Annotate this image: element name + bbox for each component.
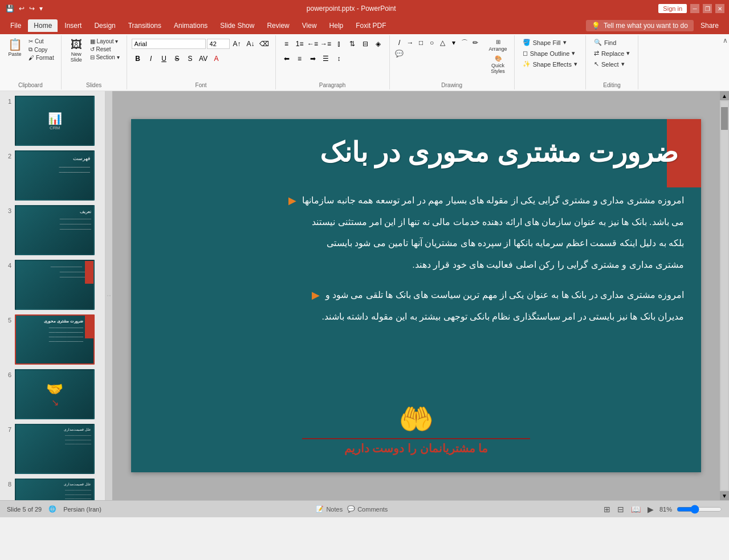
tell-me-box[interactable]: 💡 Tell me what you want to do — [586, 20, 694, 31]
menu-transitions[interactable]: Transitions — [123, 19, 167, 32]
save-button[interactable]: 💾 — [5, 3, 15, 14]
underline-button[interactable]: U — [158, 52, 170, 65]
slide-thumb-3[interactable]: تعریف ───────────── ───────────── ──────… — [15, 205, 95, 255]
minimize-button[interactable]: ─ — [690, 4, 699, 13]
share-button[interactable]: Share — [695, 19, 724, 32]
panel-divider[interactable]: ⋮ — [105, 91, 112, 500]
redo-button[interactable]: ↪ — [28, 3, 36, 14]
find-button[interactable]: 🔍 Find — [590, 38, 620, 47]
comments-button[interactable]: 💬 Comments — [347, 505, 388, 513]
menu-foxit[interactable]: Foxit PDF — [350, 19, 392, 32]
slide-item-8[interactable]: 8 علل قصیمت‌مداری ──────────────────────… — [2, 479, 103, 500]
decrease-indent-button[interactable]: ←≡ — [307, 38, 319, 50]
scroll-thumb[interactable] — [721, 107, 728, 130]
align-right-button[interactable]: ➡ — [307, 52, 319, 65]
menu-home[interactable]: Home — [28, 19, 58, 32]
scroll-down-button[interactable]: ▼ — [720, 491, 729, 500]
justify-button[interactable]: ☰ — [320, 52, 332, 65]
menu-file[interactable]: File — [5, 19, 27, 32]
close-button[interactable]: ✕ — [715, 4, 724, 13]
menu-design[interactable]: Design — [88, 19, 121, 32]
customize-button[interactable]: ▾ — [38, 3, 44, 14]
layout-button[interactable]: ▦ Layout ▾ — [88, 38, 122, 45]
slide-item-3[interactable]: 3 تعریف ───────────── ───────────── ────… — [2, 205, 103, 255]
sign-in-button[interactable]: Sign in — [658, 4, 687, 13]
menu-slideshow[interactable]: Slide Show — [214, 19, 260, 32]
undo-button[interactable]: ↩ — [18, 3, 26, 14]
scroll-track[interactable] — [721, 101, 728, 490]
text-direction-button[interactable]: ⇅ — [346, 38, 359, 50]
font-size-input[interactable] — [207, 39, 230, 49]
arrange-button[interactable]: ⊞ Arrange — [487, 38, 510, 53]
slide-item-2[interactable]: 2 فهرست ────────────────────── — [2, 150, 103, 201]
replace-button[interactable]: ⇄ Replace ▾ — [590, 48, 633, 58]
font-name-input[interactable] — [132, 39, 206, 49]
slideshow-button[interactable]: ▶ — [646, 504, 655, 515]
slide-item-4[interactable]: 4 ───────────── ───────────── ──────────… — [2, 260, 103, 310]
slide-item-1[interactable]: 1 📊 CRM — [2, 96, 103, 146]
numbering-button[interactable]: 1≡ — [294, 38, 306, 50]
cut-button[interactable]: ✂ Cut — [26, 38, 56, 45]
bullets-button[interactable]: ≡ — [280, 38, 293, 50]
line-spacing-button[interactable]: ↕ — [333, 52, 345, 65]
slide-item-7[interactable]: 7 علل قصیمت‌مداری ──────────────────────… — [2, 424, 103, 474]
slide-thumb-4[interactable]: ───────────── ───────────── ────────────… — [15, 260, 95, 310]
shape-callout[interactable]: 💬 — [394, 48, 405, 59]
section-button[interactable]: ⊟ Section ▾ — [88, 54, 122, 61]
select-button[interactable]: ↖ Select ▾ — [590, 59, 628, 69]
menu-view[interactable]: View — [296, 19, 323, 32]
shape-curve[interactable]: ⌒ — [459, 38, 470, 48]
format-painter-button[interactable]: 🖌 Format — [26, 54, 56, 62]
slide-thumb-6[interactable]: 🤝 ↘ — [15, 369, 95, 419]
columns-button[interactable]: ⫿ — [333, 38, 345, 50]
slide-thumb-5[interactable]: ضرورت مشتری محوری ───────────────── ────… — [15, 314, 95, 365]
char-spacing-button[interactable]: AV — [197, 52, 210, 65]
clear-format-button[interactable]: ⌫ — [258, 38, 271, 50]
slide-item-5[interactable]: 5 ضرورت مشتری محوری ───────────────── ──… — [2, 314, 103, 365]
decrease-font-button[interactable]: A↓ — [245, 38, 257, 50]
shape-line[interactable]: / — [394, 38, 405, 48]
shape-freeform[interactable]: ✏ — [470, 38, 480, 48]
slide-thumb-7[interactable]: علل قصیمت‌مداری ────────────────────────… — [15, 424, 95, 474]
shadow-button[interactable]: S — [184, 52, 197, 65]
reset-button[interactable]: ↺ Reset — [88, 46, 122, 53]
copy-button[interactable]: ⧉ Copy — [26, 46, 56, 54]
shape-fill-button[interactable]: 🪣 Shape Fill ▾ — [519, 38, 570, 47]
shape-triangle[interactable]: △ — [438, 38, 448, 48]
shape-more[interactable]: ▾ — [449, 38, 459, 48]
bold-button[interactable]: B — [132, 52, 144, 65]
right-scrollbar[interactable]: ▲ ▼ — [720, 91, 729, 500]
slide-item-6[interactable]: 6 🤝 ↘ — [2, 369, 103, 419]
italic-button[interactable]: I — [145, 52, 157, 65]
menu-help[interactable]: Help — [324, 19, 349, 32]
zoom-slider[interactable] — [677, 505, 722, 514]
menu-insert[interactable]: Insert — [59, 19, 87, 32]
new-slide-button[interactable]: 🖼 NewSlide — [66, 38, 87, 64]
strikethrough-button[interactable]: S — [171, 52, 184, 65]
shape-outline-button[interactable]: ◻ Shape Outline ▾ — [519, 48, 579, 58]
increase-indent-button[interactable]: →≡ — [320, 38, 332, 50]
shape-effects-button[interactable]: ✨ Shape Effects ▾ — [519, 59, 581, 69]
scroll-up-button[interactable]: ▲ — [720, 91, 729, 100]
shape-oval[interactable]: ○ — [427, 38, 437, 48]
menu-review[interactable]: Review — [261, 19, 295, 32]
align-text-button[interactable]: ⊟ — [359, 38, 372, 50]
shape-rect[interactable]: □ — [416, 38, 426, 48]
font-color-button[interactable]: A — [210, 52, 223, 65]
reading-view-button[interactable]: 📖 — [630, 504, 642, 515]
slide-sorter-button[interactable]: ⊟ — [616, 504, 625, 515]
ribbon-collapse-button[interactable]: ∧ — [722, 35, 729, 46]
notes-button[interactable]: 📝 Notes — [316, 505, 343, 513]
slide-thumb-1[interactable]: 📊 CRM — [15, 96, 95, 146]
slide-thumb-2[interactable]: فهرست ────────────────────── — [15, 150, 95, 201]
increase-font-button[interactable]: A↑ — [231, 38, 243, 50]
menu-animations[interactable]: Animations — [168, 19, 213, 32]
slide-thumb-8[interactable]: علل قصیمت‌مداری ────────────────────────… — [15, 479, 95, 500]
restore-button[interactable]: ❐ — [703, 4, 712, 13]
align-left-button[interactable]: ⬅ — [280, 52, 293, 65]
normal-view-button[interactable]: ⊞ — [602, 504, 612, 515]
smartart-button[interactable]: ◈ — [372, 38, 385, 50]
shape-arrow[interactable]: → — [405, 38, 416, 48]
quick-styles-button[interactable]: 🎨 QuickStyles — [487, 54, 510, 75]
paste-button[interactable]: 📋 Paste — [5, 38, 25, 58]
